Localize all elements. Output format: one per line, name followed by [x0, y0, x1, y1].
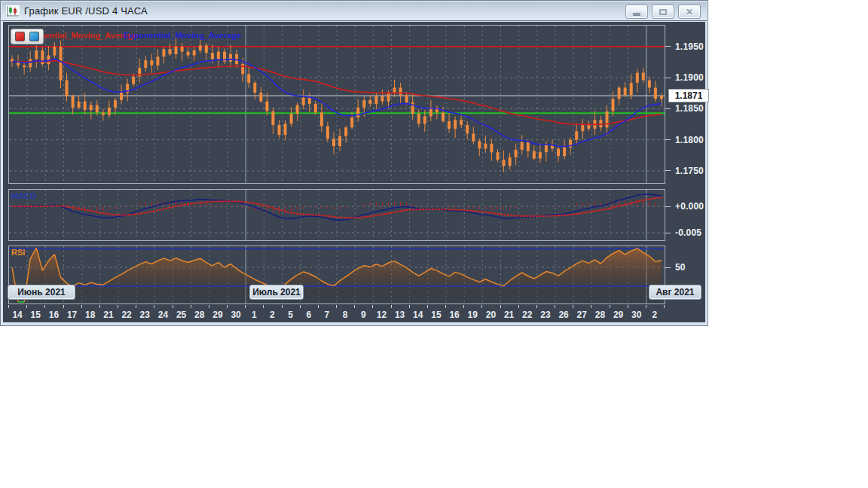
axis-tick: 1.1850	[665, 102, 709, 114]
axis-tick: +0.000	[665, 200, 709, 212]
day-label: 29	[613, 310, 623, 320]
day-tick	[245, 305, 246, 308]
day-tick	[463, 305, 464, 308]
day-label: 17	[67, 310, 77, 320]
day-tick	[518, 305, 519, 308]
axis-tick: 1.1950	[665, 41, 709, 53]
day-label: 18	[85, 310, 95, 320]
day-tick	[154, 305, 154, 308]
day-tick	[191, 305, 191, 308]
day-label: 9	[361, 310, 366, 320]
price-panel: Exponential_Moving_Average Exponential_M…	[8, 25, 665, 184]
day-tick	[118, 305, 118, 308]
day-tick	[628, 305, 628, 308]
day-tick	[263, 305, 264, 308]
day-tick	[209, 305, 209, 308]
month-label-june: Июнь 2021	[8, 285, 75, 300]
day-tick	[391, 305, 392, 308]
macd-label: MACD	[11, 191, 36, 200]
day-label: 16	[449, 310, 459, 320]
day-tick	[372, 305, 373, 308]
blue-indicator-button[interactable]	[29, 32, 39, 41]
day-label: 28	[194, 310, 204, 320]
day-label: 21	[103, 310, 113, 320]
day-tick	[136, 305, 136, 308]
indicator-color-buttons	[11, 29, 44, 44]
day-label: 1	[252, 310, 257, 320]
day-tick	[555, 305, 555, 308]
day-tick	[26, 305, 27, 308]
day-tick	[282, 305, 283, 308]
chart-window: График EUR /USD 4 ЧАСА ✕ Exponential_Mov…	[0, 0, 708, 326]
window-title: График EUR /USD 4 ЧАСА	[24, 5, 148, 17]
maximize-icon	[659, 9, 667, 15]
red-indicator-button[interactable]	[15, 32, 25, 41]
day-tick	[354, 305, 355, 308]
day-tick	[63, 305, 64, 308]
day-label: 2	[270, 310, 275, 320]
day-tick	[427, 305, 428, 308]
day-label: 15	[31, 310, 41, 320]
day-label: 20	[486, 310, 496, 320]
day-label: 6	[306, 310, 311, 320]
day-tick	[445, 305, 446, 308]
day-tick	[664, 305, 665, 308]
day-tick	[173, 305, 173, 308]
day-label: 23	[140, 310, 150, 320]
current-price-badge: 1.1871	[668, 89, 709, 102]
axis-tick: 1.1750	[665, 165, 709, 177]
day-label: 13	[395, 310, 405, 320]
day-label: 25	[176, 310, 186, 320]
minimize-button[interactable]	[625, 5, 648, 19]
maximize-button[interactable]	[652, 5, 674, 19]
day-label: 19	[468, 310, 478, 320]
time-axis[interactable]: 1415161718212223242528293012567891213141…	[8, 308, 665, 322]
day-label: 30	[631, 310, 641, 320]
day-tick	[573, 305, 573, 308]
day-label: 27	[577, 310, 587, 320]
day-label: 26	[558, 310, 568, 320]
axis-tick: 50	[665, 261, 709, 273]
day-label: 29	[212, 310, 222, 320]
day-label: 30	[231, 310, 240, 320]
day-label: 8	[343, 310, 348, 320]
day-label: 16	[49, 310, 59, 320]
title-bar[interactable]: График EUR /USD 4 ЧАСА ✕	[2, 2, 707, 21]
day-tick	[409, 305, 410, 308]
candlestick-chart-icon	[6, 5, 20, 17]
day-label: 24	[158, 310, 168, 320]
month-label-july: Июль 2021	[249, 285, 304, 300]
day-tick	[44, 305, 45, 308]
day-tick	[99, 305, 100, 308]
window-controls: ✕	[625, 5, 701, 19]
day-label: 15	[431, 310, 441, 320]
day-label: 22	[522, 310, 532, 320]
minimize-icon	[633, 13, 640, 16]
day-tick	[481, 305, 482, 308]
day-tick	[8, 305, 9, 308]
axis-tick: 1.1800	[665, 134, 709, 146]
day-tick	[318, 305, 319, 308]
macd-canvas[interactable]	[9, 190, 665, 240]
rsi-canvas[interactable]	[9, 246, 665, 303]
day-label: 14	[413, 310, 423, 320]
price-chart-canvas[interactable]	[9, 26, 665, 183]
day-label: 5	[288, 310, 293, 320]
day-label: 2	[653, 310, 658, 320]
chart-client-area: Exponential_Moving_Average Exponential_M…	[3, 22, 705, 322]
day-label: 7	[325, 310, 330, 320]
day-tick	[500, 305, 501, 308]
rsi-label: RSI	[11, 248, 25, 257]
day-label: 14	[12, 310, 22, 320]
day-tick	[591, 305, 591, 308]
day-tick	[646, 305, 646, 308]
value-axis[interactable]: 1.1871 1.19501.19001.18501.18001.1750+0.…	[665, 22, 709, 322]
day-label: 23	[540, 310, 550, 320]
close-icon: ✕	[686, 8, 693, 17]
rsi-panel: RSI	[8, 246, 665, 304]
month-label-august: Авг 2021	[649, 285, 701, 300]
ema-blue-legend-label: Exponential_Moving_Average	[124, 31, 241, 40]
close-button[interactable]: ✕	[678, 5, 701, 19]
day-label: 22	[121, 310, 131, 320]
day-label: 21	[504, 310, 514, 320]
